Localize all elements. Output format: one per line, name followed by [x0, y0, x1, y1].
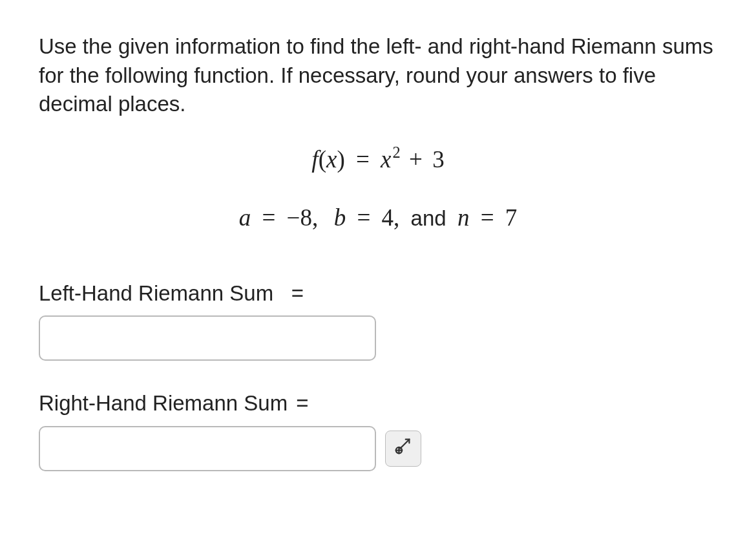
right-sum-label-row: Right-Hand Riemann Sum = [39, 389, 717, 418]
param-a-value: −8 [287, 204, 312, 231]
param-a-symbol: a [239, 204, 251, 231]
right-sum-equals: = [296, 391, 308, 415]
param-b-eq: = [357, 204, 370, 231]
param-b-value: 4 [382, 204, 394, 231]
right-sum-label: Right-Hand Riemann Sum [39, 391, 288, 415]
func-f: f [311, 146, 318, 173]
right-sum-group: Right-Hand Riemann Sum = [39, 389, 717, 471]
param-b-symbol: b [334, 204, 346, 231]
key-icon [394, 436, 413, 460]
problem-prompt: Use the given information to find the le… [39, 32, 717, 119]
left-sum-label-row: Left-Hand Riemann Sum = [39, 279, 717, 308]
rhs-x: x [381, 146, 391, 173]
left-sum-input[interactable] [39, 315, 376, 361]
param-n-value: 7 [505, 204, 518, 231]
comma-1: , [312, 204, 318, 231]
right-sum-input[interactable] [39, 426, 376, 471]
left-sum-group: Left-Hand Riemann Sum = [39, 279, 717, 361]
rhs-constant: 3 [432, 146, 445, 173]
open-paren: ( [319, 146, 326, 173]
function-definition: f(x) = x2 + 3 [39, 144, 717, 176]
left-sum-equals: = [291, 281, 304, 305]
plus-sign: + [409, 146, 423, 173]
rhs-exponent: 2 [393, 144, 401, 161]
comma-2: , [394, 204, 399, 231]
param-n-eq: = [481, 204, 494, 231]
close-paren: ) [337, 146, 344, 173]
svg-line-3 [400, 440, 409, 449]
left-sum-label: Left-Hand Riemann Sum [39, 281, 273, 305]
math-keyboard-button[interactable] [385, 431, 421, 467]
param-a-eq: = [262, 204, 275, 231]
param-n-symbol: n [457, 204, 470, 231]
parameters: a = −8, b = 4, and n = 7 [39, 202, 717, 234]
func-var-x: x [326, 146, 337, 173]
equals-sign: = [356, 146, 370, 173]
and-text: and [411, 206, 446, 230]
